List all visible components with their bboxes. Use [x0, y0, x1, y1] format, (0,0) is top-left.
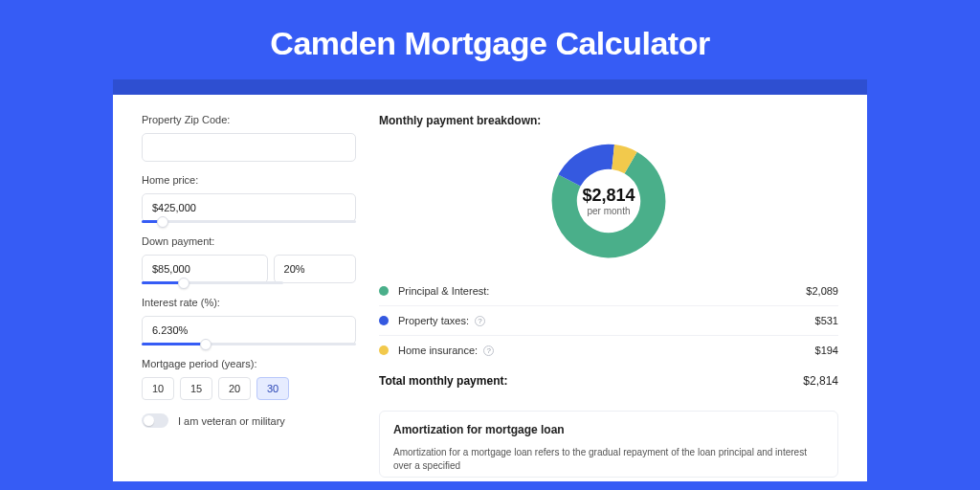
legend-dot: [379, 316, 389, 325]
donut-amount: $2,814: [582, 186, 635, 206]
home-price-input[interactable]: [142, 193, 356, 222]
down-payment-label: Down payment:: [142, 235, 356, 247]
donut-chart: $2,814 per month: [550, 143, 667, 259]
form-column: Property Zip Code: Home price: Down paym…: [142, 114, 379, 481]
calculator-card: Property Zip Code: Home price: Down paym…: [113, 79, 867, 481]
period-button-15[interactable]: 15: [180, 377, 212, 400]
period-button-10[interactable]: 10: [142, 377, 174, 400]
legend-label: Principal & Interest:: [398, 285, 806, 297]
slider-thumb[interactable]: [200, 339, 212, 350]
home-price-label: Home price:: [142, 174, 356, 186]
legend-dot: [379, 345, 389, 355]
down-payment-input[interactable]: [142, 255, 268, 283]
legend-label: Property taxes:?: [398, 315, 815, 326]
total-row: Total monthly payment: $2,814: [379, 365, 838, 393]
legend-value: $2,089: [806, 285, 838, 297]
veteran-toggle-row: I am veteran or military: [142, 413, 356, 428]
mortgage-period-field: Mortgage period (years): 10152030: [142, 358, 356, 400]
interest-rate-input[interactable]: [142, 316, 356, 345]
legend-label: Home insurance:?: [398, 345, 815, 356]
help-icon[interactable]: ?: [483, 345, 494, 356]
donut-sub: per month: [587, 206, 630, 216]
home-price-slider[interactable]: [142, 220, 356, 223]
down-payment-pct-input[interactable]: [274, 255, 356, 283]
period-button-20[interactable]: 20: [218, 377, 251, 400]
amortization-text: Amortization for a mortgage loan refers …: [393, 446, 824, 473]
help-icon[interactable]: ?: [475, 316, 485, 326]
donut-chart-wrap: $2,814 per month: [379, 135, 838, 277]
home-price-field: Home price:: [142, 174, 356, 223]
legend-dot: [379, 286, 389, 296]
mortgage-period-label: Mortgage period (years):: [142, 358, 356, 369]
slider-fill: [142, 343, 206, 345]
legend-value: $531: [815, 315, 838, 326]
legend-row: Home insurance:?$194: [379, 336, 838, 365]
legend-value: $194: [815, 345, 838, 356]
interest-rate-field: Interest rate (%):: [142, 297, 356, 345]
zip-field: Property Zip Code:: [142, 114, 356, 162]
down-payment-slider[interactable]: [142, 281, 283, 284]
veteran-toggle-label: I am veteran or military: [178, 415, 285, 427]
veteran-toggle[interactable]: [142, 413, 168, 428]
zip-input[interactable]: [142, 133, 356, 162]
legend-row: Principal & Interest:$2,089: [379, 277, 838, 306]
legend-row: Property taxes:?$531: [379, 306, 838, 336]
amortization-box: Amortization for mortgage loan Amortizat…: [379, 411, 838, 478]
slider-thumb[interactable]: [157, 216, 168, 228]
page-title: Camden Mortgage Calculator: [0, 0, 980, 79]
down-payment-field: Down payment:: [142, 235, 356, 284]
interest-rate-slider[interactable]: [142, 343, 356, 345]
interest-rate-label: Interest rate (%):: [142, 297, 356, 308]
period-button-30[interactable]: 30: [256, 377, 289, 400]
total-value: $2,814: [803, 374, 838, 388]
slider-thumb[interactable]: [178, 278, 189, 289]
breakdown-title: Monthly payment breakdown:: [379, 114, 838, 127]
mortgage-period-group: 10152030: [142, 377, 356, 400]
zip-label: Property Zip Code:: [142, 114, 356, 125]
amortization-title: Amortization for mortgage loan: [393, 423, 824, 436]
total-label: Total monthly payment:: [379, 374, 803, 388]
breakdown-column: Monthly payment breakdown: $2,814 per mo…: [379, 114, 838, 481]
